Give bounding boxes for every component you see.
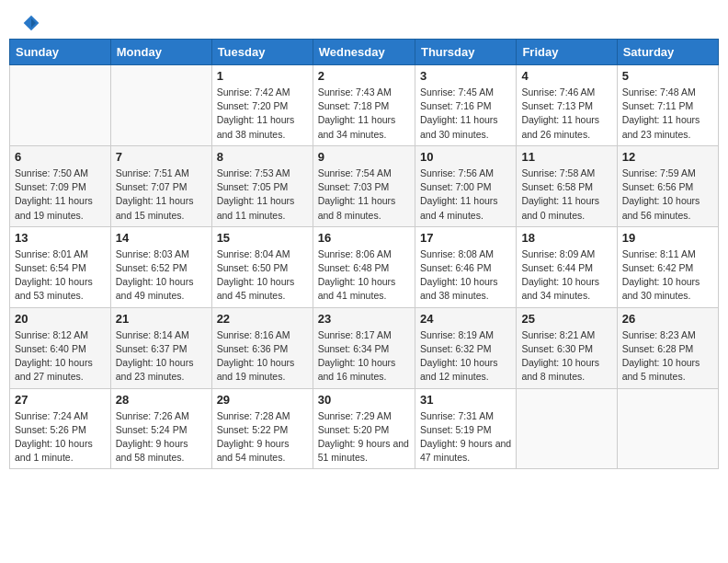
day-number: 7 [116,150,207,164]
calendar-cell: 18Sunrise: 8:09 AM Sunset: 6:44 PM Dayli… [517,226,617,307]
day-info: Sunrise: 7:54 AM Sunset: 7:03 PM Dayligh… [318,167,410,223]
day-info: Sunrise: 7:50 AM Sunset: 7:09 PM Dayligh… [15,167,106,223]
day-number: 15 [217,231,308,245]
logo-icon [22,14,40,32]
calendar-cell: 27Sunrise: 7:24 AM Sunset: 5:26 PM Dayli… [10,388,111,469]
day-info: Sunrise: 7:53 AM Sunset: 7:05 PM Dayligh… [217,167,308,223]
calendar-cell: 21Sunrise: 8:14 AM Sunset: 6:37 PM Dayli… [110,307,211,388]
day-number: 13 [15,231,106,245]
day-info: Sunrise: 7:29 AM Sunset: 5:20 PM Dayligh… [318,409,410,465]
day-info: Sunrise: 8:17 AM Sunset: 6:34 PM Dayligh… [318,328,410,385]
calendar-cell: 26Sunrise: 8:23 AM Sunset: 6:28 PM Dayli… [617,307,718,388]
day-number: 19 [622,231,713,245]
day-info: Sunrise: 7:45 AM Sunset: 7:16 PM Dayligh… [420,86,511,142]
day-info: Sunrise: 7:48 AM Sunset: 7:11 PM Dayligh… [622,86,713,142]
calendar-week-row: 20Sunrise: 8:12 AM Sunset: 6:40 PM Dayli… [10,307,719,388]
column-header-saturday: Saturday [617,40,718,65]
calendar-cell: 11Sunrise: 7:58 AM Sunset: 6:58 PM Dayli… [517,145,617,226]
column-header-friday: Friday [517,40,617,65]
day-info: Sunrise: 8:04 AM Sunset: 6:50 PM Dayligh… [217,247,308,304]
day-number: 2 [318,69,410,83]
calendar-cell: 31Sunrise: 7:31 AM Sunset: 5:19 PM Dayli… [415,388,516,469]
day-info: Sunrise: 8:11 AM Sunset: 6:42 PM Dayligh… [622,247,713,304]
calendar-cell: 1Sunrise: 7:42 AM Sunset: 7:20 PM Daylig… [211,65,313,146]
logo [18,14,40,25]
calendar-cell: 4Sunrise: 7:46 AM Sunset: 7:13 PM Daylig… [517,65,617,146]
calendar-cell: 6Sunrise: 7:50 AM Sunset: 7:09 PM Daylig… [10,145,111,226]
day-number: 3 [420,69,511,83]
calendar-week-row: 13Sunrise: 8:01 AM Sunset: 6:54 PM Dayli… [10,226,719,307]
day-info: Sunrise: 7:51 AM Sunset: 7:07 PM Dayligh… [116,167,207,223]
day-number: 18 [521,231,611,245]
day-number: 21 [116,312,207,326]
calendar-cell: 25Sunrise: 8:21 AM Sunset: 6:30 PM Dayli… [517,307,617,388]
day-info: Sunrise: 7:58 AM Sunset: 6:58 PM Dayligh… [521,167,611,223]
calendar-cell: 12Sunrise: 7:59 AM Sunset: 6:56 PM Dayli… [617,145,718,226]
day-info: Sunrise: 8:03 AM Sunset: 6:52 PM Dayligh… [116,247,207,304]
calendar-cell: 17Sunrise: 8:08 AM Sunset: 6:46 PM Dayli… [415,226,516,307]
day-number: 12 [622,150,713,164]
day-info: Sunrise: 7:43 AM Sunset: 7:18 PM Dayligh… [318,86,410,142]
calendar-cell: 2Sunrise: 7:43 AM Sunset: 7:18 PM Daylig… [313,65,415,146]
calendar-cell: 8Sunrise: 7:53 AM Sunset: 7:05 PM Daylig… [211,145,313,226]
calendar-week-row: 6Sunrise: 7:50 AM Sunset: 7:09 PM Daylig… [10,145,719,226]
day-info: Sunrise: 7:24 AM Sunset: 5:26 PM Dayligh… [15,409,106,465]
day-number: 23 [318,312,410,326]
calendar-cell: 9Sunrise: 7:54 AM Sunset: 7:03 PM Daylig… [313,145,415,226]
day-number: 28 [116,393,207,407]
column-header-wednesday: Wednesday [313,40,415,65]
day-info: Sunrise: 8:08 AM Sunset: 6:46 PM Dayligh… [420,247,511,304]
calendar-cell: 28Sunrise: 7:26 AM Sunset: 5:24 PM Dayli… [110,388,211,469]
day-number: 29 [217,393,308,407]
calendar-cell: 23Sunrise: 8:17 AM Sunset: 6:34 PM Dayli… [313,307,415,388]
day-info: Sunrise: 8:19 AM Sunset: 6:32 PM Dayligh… [420,328,511,385]
calendar-week-row: 1Sunrise: 7:42 AM Sunset: 7:20 PM Daylig… [10,65,719,146]
column-header-tuesday: Tuesday [211,40,313,65]
calendar-cell: 3Sunrise: 7:45 AM Sunset: 7:16 PM Daylig… [415,65,516,146]
day-number: 31 [420,393,511,407]
day-number: 10 [420,150,511,164]
day-info: Sunrise: 8:14 AM Sunset: 6:37 PM Dayligh… [116,328,207,385]
day-number: 9 [318,150,410,164]
calendar-cell: 13Sunrise: 8:01 AM Sunset: 6:54 PM Dayli… [10,226,111,307]
calendar-cell: 22Sunrise: 8:16 AM Sunset: 6:36 PM Dayli… [211,307,313,388]
day-number: 24 [420,312,511,326]
day-number: 8 [217,150,308,164]
calendar-cell [517,388,617,469]
calendar-cell: 30Sunrise: 7:29 AM Sunset: 5:20 PM Dayli… [313,388,415,469]
calendar-cell: 10Sunrise: 7:56 AM Sunset: 7:00 PM Dayli… [415,145,516,226]
day-number: 6 [15,150,106,164]
day-number: 4 [521,69,611,83]
day-info: Sunrise: 7:26 AM Sunset: 5:24 PM Dayligh… [116,409,207,465]
column-header-monday: Monday [110,40,211,65]
column-header-sunday: Sunday [10,40,111,65]
day-number: 25 [521,312,611,326]
day-number: 5 [622,69,713,83]
calendar-header-row: SundayMondayTuesdayWednesdayThursdayFrid… [10,40,719,65]
calendar-cell: 19Sunrise: 8:11 AM Sunset: 6:42 PM Dayli… [617,226,718,307]
day-info: Sunrise: 7:42 AM Sunset: 7:20 PM Dayligh… [217,86,308,142]
calendar-cell [110,65,211,146]
calendar-cell [10,65,111,146]
day-number: 11 [521,150,611,164]
day-info: Sunrise: 7:56 AM Sunset: 7:00 PM Dayligh… [420,167,511,223]
calendar-table: SundayMondayTuesdayWednesdayThursdayFrid… [9,39,719,469]
day-number: 14 [116,231,207,245]
calendar-cell: 24Sunrise: 8:19 AM Sunset: 6:32 PM Dayli… [415,307,516,388]
day-info: Sunrise: 8:12 AM Sunset: 6:40 PM Dayligh… [15,328,106,385]
day-info: Sunrise: 7:31 AM Sunset: 5:19 PM Dayligh… [420,409,511,465]
calendar-cell: 5Sunrise: 7:48 AM Sunset: 7:11 PM Daylig… [617,65,718,146]
day-number: 30 [318,393,410,407]
day-info: Sunrise: 7:46 AM Sunset: 7:13 PM Dayligh… [521,86,611,142]
calendar-cell: 15Sunrise: 8:04 AM Sunset: 6:50 PM Dayli… [211,226,313,307]
day-info: Sunrise: 8:09 AM Sunset: 6:44 PM Dayligh… [521,247,611,304]
day-number: 22 [217,312,308,326]
day-info: Sunrise: 7:59 AM Sunset: 6:56 PM Dayligh… [622,167,713,223]
calendar-cell: 16Sunrise: 8:06 AM Sunset: 6:48 PM Dayli… [313,226,415,307]
day-number: 16 [318,231,410,245]
day-number: 1 [217,69,308,83]
day-info: Sunrise: 8:06 AM Sunset: 6:48 PM Dayligh… [318,247,410,304]
day-info: Sunrise: 8:16 AM Sunset: 6:36 PM Dayligh… [217,328,308,385]
day-info: Sunrise: 8:23 AM Sunset: 6:28 PM Dayligh… [622,328,713,385]
day-number: 27 [15,393,106,407]
